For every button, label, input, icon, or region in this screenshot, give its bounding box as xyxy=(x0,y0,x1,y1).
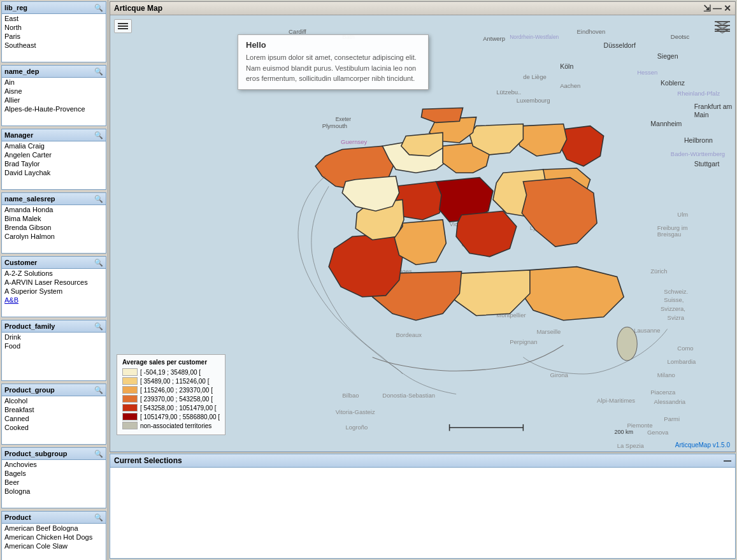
svg-point-98 xyxy=(617,327,638,361)
svg-text:Logroño: Logroño xyxy=(345,424,368,431)
filter-header-Product_group[interactable]: Product_group🔍 xyxy=(2,384,106,396)
svg-text:Bordeaux: Bordeaux xyxy=(396,331,422,338)
filter-header-Product[interactable]: Product🔍 xyxy=(2,512,106,524)
legend-label: [ 543258,00 ; 1051479,00 [ xyxy=(140,405,217,412)
svg-text:Rheinland-Pfalz: Rheinland-Pfalz xyxy=(677,90,720,97)
list-item[interactable]: Brad Taylor xyxy=(2,159,106,168)
legend-color-swatch xyxy=(122,404,138,412)
filter-header-Product_subgroup[interactable]: Product_subgroup🔍 xyxy=(2,448,106,460)
list-item[interactable]: A-2-Z Solutions xyxy=(2,269,106,278)
search-icon-name_dep[interactable]: 🔍 xyxy=(94,67,103,76)
list-item[interactable]: Canned xyxy=(2,414,106,423)
list-item[interactable]: Angelen Carter xyxy=(2,150,106,159)
filter-header-lib_reg[interactable]: lib_reg🔍 xyxy=(2,2,106,14)
list-item[interactable]: David Laychak xyxy=(2,168,106,177)
filter-label-Product_subgroup: Product_subgroup xyxy=(4,450,67,457)
list-item[interactable]: Aisne xyxy=(2,87,106,96)
list-item[interactable]: A-ARVIN Laser Resources xyxy=(2,278,106,287)
map-close-button[interactable]: ✕ xyxy=(724,3,731,13)
filter-list-Manager[interactable]: Amalia CraigAngelen CarterBrad TaylorDav… xyxy=(2,141,106,189)
list-item[interactable]: Beer xyxy=(2,478,106,487)
search-icon-lib_reg[interactable]: 🔍 xyxy=(94,3,103,12)
list-item[interactable]: Cooked xyxy=(2,423,106,432)
filter-list-Customer[interactable]: A-2-Z SolutionsA-ARVIN Laser ResourcesA … xyxy=(2,269,106,317)
list-item[interactable]: American Cole Slaw xyxy=(2,542,106,550)
filter-label-lib_reg: lib_reg xyxy=(4,4,27,11)
svg-text:Köln: Köln xyxy=(560,62,573,70)
list-item[interactable]: Alpes-de-Haute-Provence xyxy=(2,104,106,113)
svg-text:Antwerp: Antwerp xyxy=(483,35,505,42)
list-item[interactable]: Anchovies xyxy=(2,460,106,469)
list-item[interactable]: A Superior System xyxy=(2,287,106,296)
search-icon-Manager[interactable]: 🔍 xyxy=(94,131,103,140)
filter-header-Manager[interactable]: Manager🔍 xyxy=(2,129,106,141)
search-icon-name_salesrep[interactable]: 🔍 xyxy=(94,194,103,203)
list-item[interactable]: Ain xyxy=(2,78,106,87)
search-icon-Product_group[interactable]: 🔍 xyxy=(94,385,103,394)
filter-panel-name_dep: name_dep🔍AinAisneAllierAlpes-de-Haute-Pr… xyxy=(1,65,106,126)
svg-text:Milano: Milano xyxy=(657,371,675,378)
filter-list-lib_reg[interactable]: EastNorthParisSoutheast xyxy=(2,14,106,62)
svg-text:Main: Main xyxy=(694,111,709,118)
svg-text:Schweiz.: Schweiz. xyxy=(664,288,688,295)
filter-list-Product_family[interactable]: DrinkFood xyxy=(2,333,106,380)
list-item[interactable]: A&B xyxy=(2,296,106,305)
search-icon-Product_subgroup[interactable]: 🔍 xyxy=(94,449,103,458)
list-item[interactable]: East xyxy=(2,14,106,23)
svg-text:Luxembourg: Luxembourg xyxy=(517,97,550,104)
legend-label: [ -504,19 ; 35489,00 [ xyxy=(140,369,201,376)
svg-text:Vitoria-Gasteiz: Vitoria-Gasteiz xyxy=(336,408,375,415)
list-item[interactable]: Alcohol xyxy=(2,396,106,405)
filter-list-name_salesrep[interactable]: Amanda HondaBima MalekBrenda GibsonCarol… xyxy=(2,205,106,253)
filter-header-name_salesrep[interactable]: name_salesrep🔍 xyxy=(2,193,106,205)
svg-text:Lützebu..: Lützebu.. xyxy=(496,89,521,96)
map-legend: Average sales per customer [ -504,19 ; 3… xyxy=(117,354,225,435)
list-item[interactable]: Drink xyxy=(2,333,106,341)
list-item[interactable]: American Chicken Hot Dogs xyxy=(2,533,106,542)
list-item[interactable]: Southeast xyxy=(2,41,106,50)
list-item[interactable]: North xyxy=(2,23,106,32)
list-item[interactable]: Bologna xyxy=(2,487,106,496)
svg-text:Deotsc: Deotsc xyxy=(671,33,690,40)
filter-label-Product_family: Product_family xyxy=(4,322,55,330)
map-container[interactable]: Nordrhein-Westfalen Eindhoven Düsseldorf… xyxy=(110,15,735,451)
list-item[interactable]: Carolyn Halmon xyxy=(2,232,106,241)
svg-text:Suisse,: Suisse, xyxy=(664,296,683,303)
list-item[interactable]: Bagels xyxy=(2,469,106,478)
list-item[interactable]: Bima Malek xyxy=(2,214,106,223)
list-item[interactable]: Amalia Craig xyxy=(2,141,106,150)
map-minimize-button[interactable]: — xyxy=(713,3,722,13)
layers-icon[interactable] xyxy=(713,19,731,36)
svg-text:Livorn.: Livorn. xyxy=(613,450,631,451)
filter-header-Product_family[interactable]: Product_family🔍 xyxy=(2,320,106,333)
list-item[interactable]: Paris xyxy=(2,32,106,41)
filter-list-Product[interactable]: American Beef BolognaAmerican Chicken Ho… xyxy=(2,524,106,560)
svg-text:Koblenz: Koblenz xyxy=(661,79,685,87)
list-item[interactable]: Food xyxy=(2,341,106,350)
svg-text:Zürich: Zürich xyxy=(650,268,667,275)
search-icon-Product[interactable]: 🔍 xyxy=(94,513,103,522)
list-item[interactable]: Amanda Honda xyxy=(2,205,106,214)
filter-panel-Product_family: Product_family🔍DrinkFood xyxy=(1,320,106,381)
filter-list-Product_subgroup[interactable]: AnchoviesBagelsBeerBologna xyxy=(2,460,106,508)
list-item[interactable]: Breakfast xyxy=(2,405,106,414)
filter-list-name_dep[interactable]: AinAisneAllierAlpes-de-Haute-Provence xyxy=(2,78,106,126)
list-item[interactable]: Allier xyxy=(2,96,106,104)
legend-label: non-associated territories xyxy=(140,422,211,429)
filter-header-name_dep[interactable]: name_dep🔍 xyxy=(2,66,106,78)
map-panel: Articque Map ⇲ — ✕ xyxy=(110,1,736,452)
svg-text:La Spezia: La Spezia xyxy=(617,442,645,449)
list-item[interactable]: American Beef Bologna xyxy=(2,524,106,533)
attribution-text: ArticqueMap v1.5.0 xyxy=(675,442,730,449)
filter-header-Customer[interactable]: Customer🔍 xyxy=(2,257,106,269)
filter-list-Product_group[interactable]: AlcoholBreakfastCannedCooked xyxy=(2,396,106,444)
map-resize-button[interactable]: ⇲ xyxy=(703,3,711,13)
search-icon-Customer[interactable]: 🔍 xyxy=(94,258,103,267)
legend-item: [ 543258,00 ; 1051479,00 [ xyxy=(122,404,220,412)
filter-panel-lib_reg: lib_reg🔍EastNorthParisSoutheast xyxy=(1,1,106,62)
map-toolbar-button[interactable] xyxy=(114,19,132,33)
list-item[interactable]: Brenda Gibson xyxy=(2,223,106,232)
search-icon-Product_family[interactable]: 🔍 xyxy=(94,322,103,331)
legend-item: non-associated territories xyxy=(122,422,220,429)
selections-minimize-button[interactable]: — xyxy=(724,456,731,465)
